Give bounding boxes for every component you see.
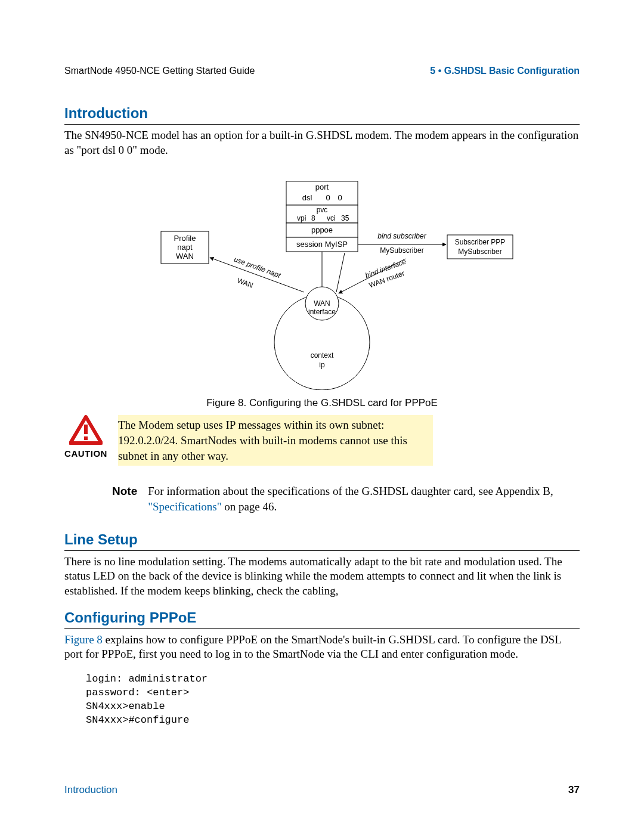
- svg-text:Subscriber PPP: Subscriber PPP: [455, 238, 506, 246]
- page-footer: Introduction 37: [64, 784, 580, 796]
- svg-text:vci: vci: [327, 214, 336, 222]
- svg-text:pvc: pvc: [317, 206, 328, 214]
- svg-text:bind subscriber: bind subscriber: [377, 232, 426, 240]
- figure-8: port dsl 0 0 pvc vpi 8 vci 35 pppoe sess…: [64, 181, 580, 409]
- svg-text:0: 0: [338, 193, 342, 202]
- svg-text:Profile: Profile: [174, 234, 196, 243]
- svg-text:WAN: WAN: [314, 299, 330, 308]
- heading-introduction: Introduction: [64, 105, 580, 125]
- caution-label: CAUTION: [64, 448, 107, 459]
- svg-text:dsl: dsl: [302, 193, 312, 202]
- svg-rect-41: [84, 436, 88, 440]
- svg-rect-40: [84, 425, 88, 434]
- svg-line-34: [336, 253, 345, 292]
- svg-text:context: context: [311, 351, 334, 360]
- caution-icon: [69, 415, 103, 445]
- svg-text:interface: interface: [308, 308, 336, 316]
- page-number: 37: [568, 784, 580, 796]
- figure-caption: Figure 8. Configuring the G.SHDSL card f…: [64, 397, 580, 409]
- header-right: 5 • G.SHDSL Basic Configuration: [430, 66, 580, 76]
- caution-text: The Modem setup uses IP messages within …: [118, 415, 433, 466]
- svg-text:use profile napt: use profile napt: [233, 255, 282, 280]
- specifications-link[interactable]: "Specifications": [148, 500, 221, 513]
- svg-text:napt: napt: [177, 243, 193, 252]
- svg-text:8: 8: [311, 214, 315, 222]
- code-block: login: administrator password: <enter> S…: [86, 673, 580, 727]
- note-block: Note For information about the specifica…: [112, 484, 580, 514]
- svg-text:WAN: WAN: [236, 277, 255, 290]
- svg-text:pppoe: pppoe: [311, 225, 333, 234]
- heading-line-setup: Line Setup: [64, 531, 580, 551]
- svg-text:port: port: [315, 182, 329, 191]
- svg-text:session MyISP: session MyISP: [296, 240, 348, 249]
- page: SmartNode 4950-NCE Getting Started Guide…: [0, 0, 644, 833]
- footer-left: Introduction: [64, 784, 117, 796]
- line-setup-paragraph: There is no line modulation setting. The…: [64, 555, 580, 599]
- intro-paragraph: The SN4950-NCE model has an option for a…: [64, 128, 580, 157]
- svg-text:vpi: vpi: [297, 214, 306, 222]
- header-left: SmartNode 4950-NCE Getting Started Guide: [64, 66, 255, 76]
- note-label: Note: [112, 484, 137, 514]
- svg-text:MySubscriber: MySubscriber: [458, 247, 501, 256]
- caution-block: CAUTION The Modem setup uses IP messages…: [64, 415, 580, 466]
- note-text: For information about the specifications…: [148, 484, 580, 514]
- caution-icon-column: CAUTION: [64, 415, 107, 459]
- svg-text:ip: ip: [319, 361, 325, 369]
- page-header: SmartNode 4950-NCE Getting Started Guide…: [64, 66, 580, 76]
- heading-configuring-pppoe: Configuring PPPoE: [64, 609, 580, 629]
- svg-text:MySubscriber: MySubscriber: [380, 246, 423, 255]
- figure-8-link[interactable]: Figure 8: [64, 633, 103, 646]
- svg-text:0: 0: [326, 193, 330, 202]
- pppoe-paragraph: Figure 8 explains how to configure PPPoE…: [64, 633, 580, 662]
- svg-text:WAN: WAN: [176, 252, 194, 261]
- svg-text:35: 35: [341, 214, 349, 222]
